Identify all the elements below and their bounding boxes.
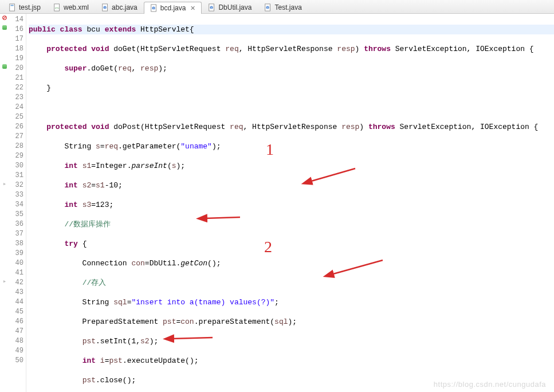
line-number-gutter: 14 16 17 18 19 20 21 22 23 24 25 26 27 2…: [9, 14, 26, 392]
code-line[interactable]: protected void doGet(HttpServletRequest …: [29, 44, 554, 54]
svg-text:J: J: [104, 6, 105, 10]
code-line[interactable]: int s2=s1-10;: [29, 181, 554, 190]
tab-label: DbUtil.java: [218, 3, 252, 11]
line-number: 30: [9, 161, 23, 171]
line-number: 45: [9, 307, 23, 317]
line-number: 34: [9, 200, 23, 210]
svg-text:J: J: [211, 6, 213, 10]
line-number: 49: [9, 346, 23, 356]
java-file-icon: J: [150, 4, 158, 12]
svg-rect-1: [11, 5, 14, 6]
line-number: 39: [9, 249, 23, 258]
line-number: 35: [9, 210, 23, 219]
svg-text:<>: <>: [55, 6, 60, 10]
line-number: 36: [9, 219, 23, 229]
line-number: 37: [9, 229, 23, 239]
code-line[interactable]: int s1=Integer.parseInt(s);: [29, 161, 554, 171]
code-line[interactable]: public class bcu extends HttpServlet{: [29, 25, 554, 34]
java-file-icon: J: [101, 3, 109, 11]
line-number: 21: [9, 73, 23, 83]
svg-text:J: J: [152, 7, 154, 10]
code-line[interactable]: }: [29, 83, 554, 93]
code-line[interactable]: String sql="insert into a(tname) values(…: [29, 297, 554, 307]
line-number: 38: [9, 239, 23, 249]
override-marker: [0, 62, 9, 72]
override-marker: [0, 23, 9, 33]
code-line[interactable]: super.doGet(req, resp);: [29, 64, 554, 73]
tab-web-xml[interactable]: <> web.xml: [47, 1, 95, 13]
line-number: 47: [9, 327, 23, 336]
line-number: 42: [9, 278, 23, 288]
tab-label: web.xml: [64, 3, 89, 11]
code-line[interactable]: //存入: [29, 278, 554, 288]
gutter-markers: ⊘ ▸ ▸: [0, 14, 9, 392]
java-file-icon: J: [264, 3, 272, 11]
tab-label: abc.java: [112, 3, 137, 11]
tab-test-java[interactable]: J Test.java: [258, 1, 308, 13]
line-number: 48: [9, 336, 23, 346]
code-line[interactable]: String s=req.getParameter("uname");: [29, 142, 554, 151]
tab-label: test.jsp: [19, 3, 41, 11]
info-marker: ▸: [0, 277, 9, 287]
line-number: 50: [9, 356, 23, 366]
line-number: 25: [9, 112, 23, 122]
tab-test-jsp[interactable]: test.jsp: [2, 1, 47, 13]
code-line[interactable]: PreparedStatement pst=con.prepareStateme…: [29, 317, 554, 327]
code-line[interactable]: Connection con=DbUtil.getCon();: [29, 258, 554, 268]
line-number: 17: [9, 34, 23, 44]
line-number: 26: [9, 122, 23, 132]
line-number: 44: [9, 297, 23, 307]
line-number: 28: [9, 142, 23, 151]
line-number: 41: [9, 268, 23, 278]
svg-line-17: [205, 217, 240, 218]
line-number: 29: [9, 151, 23, 161]
code-line[interactable]: try {: [29, 239, 554, 249]
line-number: 23: [9, 93, 23, 103]
tab-dbutil-java[interactable]: J DbUtil.java: [202, 1, 258, 13]
tab-abc-java[interactable]: J abc.java: [95, 1, 144, 13]
close-icon[interactable]: ✕: [190, 5, 195, 12]
code-line[interactable]: protected void doPost(HttpServletRequest…: [29, 122, 554, 132]
tab-label: Test.java: [274, 3, 301, 11]
code-line[interactable]: pst.close();: [29, 375, 554, 385]
java-file-icon: J: [208, 3, 216, 11]
line-number: 40: [9, 258, 23, 268]
code-line[interactable]: //数据库操作: [29, 219, 554, 229]
line-number: 32: [9, 181, 23, 190]
line-number: 31: [9, 171, 23, 181]
line-number: 43: [9, 288, 23, 297]
line-number: 33: [9, 190, 23, 200]
xml-file-icon: <>: [53, 3, 61, 11]
tab-label: bcd.java: [160, 4, 186, 12]
svg-text:J: J: [267, 6, 269, 10]
info-marker: ▸: [0, 179, 9, 189]
line-number: 22: [9, 83, 23, 93]
code-line[interactable]: pst.setInt(1,s2);: [29, 336, 554, 346]
jsp-file-icon: [9, 3, 17, 11]
code-editor[interactable]: ⊘ ▸ ▸ 14 16 17 18 19 20 21 22 23 24 25 2…: [0, 14, 554, 392]
editor-tabs: test.jsp <> web.xml J abc.java J bcd.jav…: [0, 0, 554, 14]
line-number: 19: [9, 54, 23, 64]
error-marker: ⊘: [0, 14, 9, 23]
code-line[interactable]: int i=pst.executeUpdate();: [29, 356, 554, 366]
line-number: 20: [9, 64, 23, 73]
code-line[interactable]: [29, 103, 554, 112]
code-area[interactable]: public class bcu extends HttpServlet{ pr…: [26, 14, 554, 392]
line-number: 16: [9, 25, 23, 34]
line-number: 24: [9, 103, 23, 112]
code-line[interactable]: int s3=123;: [29, 200, 554, 210]
line-number: 18: [9, 44, 23, 54]
line-number: 46: [9, 317, 23, 327]
line-number: 14: [9, 15, 23, 25]
line-number: 27: [9, 132, 23, 142]
tab-bcd-java[interactable]: J bcd.java ✕: [144, 2, 202, 14]
